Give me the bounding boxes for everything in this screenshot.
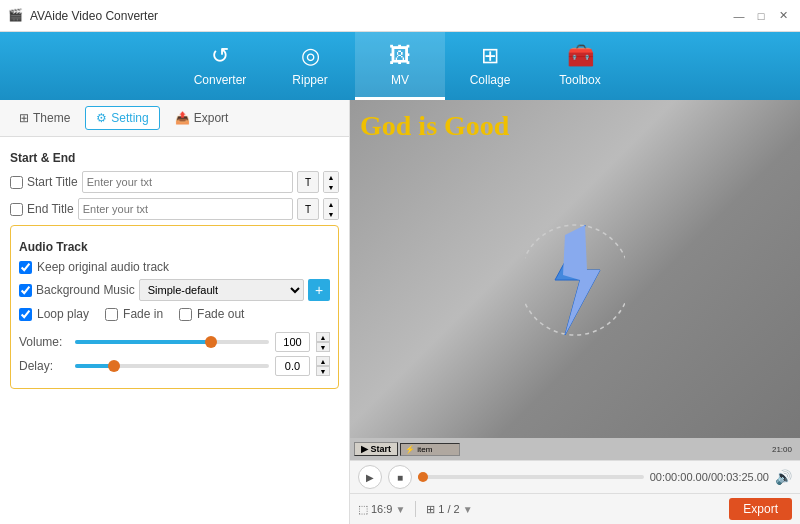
page-button[interactable]: ⊞ 1/2 ▼ xyxy=(426,503,472,516)
delay-thumb[interactable] xyxy=(108,360,120,372)
end-title-checkbox[interactable] xyxy=(10,203,23,216)
end-title-up[interactable]: ▲ xyxy=(324,199,338,209)
ratio-value: 16:9 xyxy=(371,503,392,515)
current-time: 00:00:00.00 xyxy=(650,471,708,483)
setting-icon: ⚙ xyxy=(96,111,107,125)
title-bar: 🎬 AVAide Video Converter — □ ✕ xyxy=(0,0,800,32)
volume-thumb[interactable] xyxy=(205,336,217,348)
end-title-t-button[interactable]: T xyxy=(297,198,319,220)
tab-theme[interactable]: ⊞ Theme xyxy=(8,106,81,130)
lightning-svg xyxy=(525,215,625,345)
nav-toolbox-label: Toolbox xyxy=(559,73,600,87)
tab-export[interactable]: 📤 Export xyxy=(164,106,240,130)
delay-up[interactable]: ▲ xyxy=(316,356,330,366)
fade-out-checkbox[interactable] xyxy=(179,308,192,321)
maximize-button[interactable]: □ xyxy=(752,7,770,25)
keep-original-checkbox[interactable] xyxy=(19,261,32,274)
window-controls: — □ ✕ xyxy=(730,7,792,25)
volume-icon[interactable]: 🔊 xyxy=(775,469,792,485)
mv-icon: 🖼 xyxy=(389,43,411,69)
start-title-t-button[interactable]: T xyxy=(297,171,319,193)
seek-thumb[interactable] xyxy=(418,472,428,482)
nav-item-converter[interactable]: ↺ Converter xyxy=(175,32,265,100)
start-btn[interactable]: ▶ Start xyxy=(354,442,398,456)
volume-label: Volume: xyxy=(19,335,69,349)
page-icon: ⊞ xyxy=(426,503,435,516)
start-end-title: Start & End xyxy=(10,151,339,165)
delay-track[interactable] xyxy=(75,364,269,368)
ratio-icon: ⬚ xyxy=(358,503,368,516)
clock-display: 21:00 xyxy=(768,445,796,454)
ripper-icon: ◎ xyxy=(301,43,320,69)
start-title-checkbox[interactable] xyxy=(10,176,23,189)
divider-1 xyxy=(415,501,416,517)
playback-controls: ▶ ■ 00:00:00.00/00:03:25.00 🔊 xyxy=(350,460,800,493)
panel-tabs: ⊞ Theme ⚙ Setting 📤 Export xyxy=(0,100,349,137)
tab-setting[interactable]: ⚙ Setting xyxy=(85,106,159,130)
bg-music-label: Background Music xyxy=(36,283,135,297)
settings-area: Start & End Start Title T ▲ ▼ End Title … xyxy=(0,137,349,524)
music-dropdown[interactable]: Simple-default xyxy=(139,279,304,301)
nav-item-ripper[interactable]: ◎ Ripper xyxy=(265,32,355,100)
start-title-label: Start Title xyxy=(27,175,78,189)
nav-ripper-label: Ripper xyxy=(292,73,327,87)
start-title-down[interactable]: ▼ xyxy=(324,182,338,192)
tab-theme-label: Theme xyxy=(33,111,70,125)
fade-in-checkbox[interactable] xyxy=(105,308,118,321)
export-button[interactable]: Export xyxy=(729,498,792,520)
nav-collage-label: Collage xyxy=(470,73,511,87)
nav-mv-label: MV xyxy=(391,73,409,87)
fade-out-label: Fade out xyxy=(197,307,244,321)
seek-bar[interactable] xyxy=(418,475,644,479)
loop-play-label: Loop play xyxy=(37,307,89,321)
right-panel: ▶ Start ⚡ item 21:00 God is Good ▶ ■ xyxy=(350,100,800,524)
delay-value: 0.0 xyxy=(275,356,310,376)
audio-track-title: Audio Track xyxy=(19,240,330,254)
start-title-spin: ▲ ▼ xyxy=(323,171,339,193)
collage-icon: ⊞ xyxy=(481,43,499,69)
end-title-label: End Title xyxy=(27,202,74,216)
toolbox-icon: 🧰 xyxy=(567,43,594,69)
ratio-dropdown-icon: ▼ xyxy=(395,504,405,515)
volume-track[interactable] xyxy=(75,340,269,344)
end-title-down[interactable]: ▼ xyxy=(324,209,338,219)
app-title: AVAide Video Converter xyxy=(30,9,730,23)
volume-value: 100 xyxy=(275,332,310,352)
preview-content: ▶ Start ⚡ item 21:00 xyxy=(350,100,800,460)
end-title-input[interactable] xyxy=(78,198,293,220)
volume-up[interactable]: ▲ xyxy=(316,332,330,342)
main-content: ⊞ Theme ⚙ Setting 📤 Export Start & End S… xyxy=(0,100,800,524)
start-title-row: Start Title T ▲ ▼ xyxy=(10,171,339,193)
taskbar-item-1: ⚡ item xyxy=(400,443,460,456)
end-title-spin: ▲ ▼ xyxy=(323,198,339,220)
page-dropdown-icon: ▼ xyxy=(463,504,473,515)
end-title-row: End Title T ▲ ▼ xyxy=(10,198,339,220)
delay-label: Delay: xyxy=(19,359,69,373)
converter-icon: ↺ xyxy=(211,43,229,69)
bg-music-checkbox[interactable] xyxy=(19,284,32,297)
nav-item-collage[interactable]: ⊞ Collage xyxy=(445,32,535,100)
playback-options-row: Loop play Fade in Fade out xyxy=(19,307,330,326)
nav-item-toolbox[interactable]: 🧰 Toolbox xyxy=(535,32,625,100)
delay-down[interactable]: ▼ xyxy=(316,366,330,376)
stop-button[interactable]: ■ xyxy=(388,465,412,489)
loop-play-checkbox[interactable] xyxy=(19,308,32,321)
start-title-input[interactable] xyxy=(82,171,293,193)
start-title-up[interactable]: ▲ xyxy=(324,172,338,182)
export-tab-icon: 📤 xyxy=(175,111,190,125)
left-panel: ⊞ Theme ⚙ Setting 📤 Export Start & End S… xyxy=(0,100,350,524)
minimize-button[interactable]: — xyxy=(730,7,748,25)
loop-play-row: Loop play xyxy=(19,307,89,321)
close-button[interactable]: ✕ xyxy=(774,7,792,25)
play-button[interactable]: ▶ xyxy=(358,465,382,489)
fade-in-row: Fade in xyxy=(105,307,163,321)
preview-title: God is Good xyxy=(360,110,509,142)
volume-down[interactable]: ▼ xyxy=(316,342,330,352)
ratio-button[interactable]: ⬚ 16:9 ▼ xyxy=(358,503,405,516)
time-display: 00:00:00.00/00:03:25.00 xyxy=(650,471,769,483)
nav-item-mv[interactable]: 🖼 MV xyxy=(355,32,445,100)
add-music-button[interactable]: + xyxy=(308,279,330,301)
nav-bar: ↺ Converter ◎ Ripper 🖼 MV ⊞ Collage 🧰 To… xyxy=(0,32,800,100)
page-current: 1 xyxy=(438,503,444,515)
preview-area: ▶ Start ⚡ item 21:00 God is Good xyxy=(350,100,800,460)
